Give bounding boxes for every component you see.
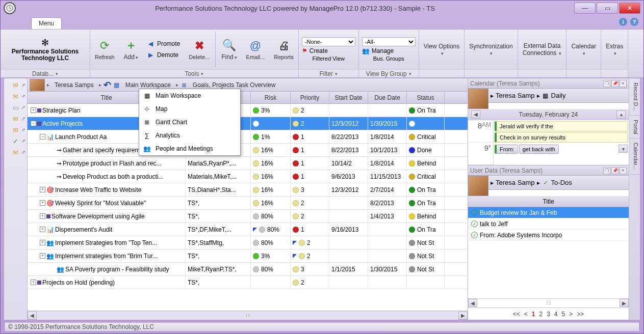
panel-pin-icon[interactable]: 📌 xyxy=(611,167,619,174)
table-row[interactable]: − 📊 Launch Product AaMariaS*,...1%18/22/… xyxy=(28,130,468,144)
strip-check-icon[interactable]: ✓ xyxy=(10,136,21,146)
help-icon[interactable]: ? xyxy=(630,18,638,26)
table-row[interactable]: + Strategic Plan3%2On Tra xyxy=(28,104,468,117)
breadcrumb-person[interactable]: Teresa Samps xyxy=(51,80,97,90)
pager-button[interactable]: >> xyxy=(577,311,584,318)
tree-expand-icon[interactable]: + xyxy=(40,200,45,206)
tree-expand-icon[interactable]: + xyxy=(40,253,45,259)
pager-button[interactable]: < xyxy=(524,311,528,318)
menu-item[interactable]: ≣Gantt Chart xyxy=(139,116,240,129)
vertical-tab[interactable]: Record D... xyxy=(629,78,640,116)
table-row[interactable]: ➙ Prototype product in Flash and rec...M… xyxy=(28,157,468,170)
synchronization-button[interactable]: Synchronization▾ xyxy=(465,30,517,69)
panel-restore-icon[interactable]: ❐ xyxy=(603,80,610,87)
menu-item[interactable]: 👥People and Meetings xyxy=(139,142,240,155)
back-arrow-icon[interactable]: ↶ xyxy=(104,79,111,91)
col-due[interactable]: Due Date xyxy=(368,92,407,103)
strip-box-icon[interactable]: ▭ xyxy=(10,103,21,112)
ud-person[interactable]: Teresa Samp xyxy=(496,179,535,186)
panel-restore-icon[interactable]: ❐ xyxy=(603,167,610,174)
col-risk[interactable]: Risk xyxy=(251,92,291,103)
scroll-left-button[interactable]: ◀ xyxy=(28,312,37,320)
calendar-button[interactable]: Calendar▾ xyxy=(566,30,601,69)
breadcrumb-workspace[interactable]: Main Workspace xyxy=(122,80,174,90)
table-row[interactable]: + 📊 Dispersement's AuditTS*,DF,MikeT,...… xyxy=(28,223,468,236)
manage-groups-button[interactable]: 👥Manage xyxy=(362,47,416,54)
reports-button[interactable]: 🖨 Reports xyxy=(269,30,298,69)
scroll-right-button[interactable]: ▶ xyxy=(458,312,468,320)
minimize-button[interactable]: — xyxy=(574,3,596,14)
strip-envelope-icon[interactable]: ✉ xyxy=(10,125,21,134)
table-row[interactable]: ➙ Develop Product as both a producti...M… xyxy=(28,170,468,183)
menu-item[interactable]: ∑Analytics xyxy=(139,129,240,142)
calendar-event[interactable]: Jerald will verify if the xyxy=(495,121,628,131)
tree-expand-icon[interactable]: + xyxy=(40,227,45,232)
view-options-button[interactable]: View Options▾ xyxy=(419,30,464,69)
horizontal-scrollbar[interactable]: ◀ ⫶⫶ ▶ xyxy=(28,311,468,320)
pager-button[interactable]: > xyxy=(569,311,573,318)
col-start[interactable]: Start Date xyxy=(329,92,368,103)
add-button[interactable]: ＋ Add▾ xyxy=(119,30,143,69)
extras-button[interactable]: Extras▾ xyxy=(601,30,628,69)
group-databases-label[interactable]: Datab... xyxy=(32,70,54,77)
prev-day-button[interactable]: ◀ xyxy=(471,110,480,119)
filter-select[interactable]: -None- xyxy=(302,37,355,46)
panel-close-icon[interactable]: ✕ xyxy=(620,167,627,174)
strip-envelope-icon[interactable]: ✉ xyxy=(10,92,21,101)
strip-envelope-icon[interactable]: ✉ xyxy=(10,80,21,90)
table-row[interactable]: + 🎯 Increase Web Traffic to WebsiteTS,Di… xyxy=(28,183,468,197)
delete-button[interactable]: ✖ Delete... xyxy=(184,30,214,69)
tree-expand-icon[interactable]: + xyxy=(40,240,45,245)
pager-button[interactable]: 1 xyxy=(532,311,535,318)
breadcrumb-view[interactable]: Goals, Projects Task Overview xyxy=(190,80,279,90)
scroll-right-button[interactable]: ▶ xyxy=(620,299,629,307)
calendar-event[interactable]: Check in on survey results xyxy=(495,132,628,143)
maximize-button[interactable]: ▭ xyxy=(597,3,618,14)
table-row[interactable]: + Software Development using AgileTS*,80… xyxy=(28,210,468,223)
scroll-left-button[interactable]: ◀ xyxy=(468,299,477,307)
menu-tab[interactable]: Menu xyxy=(31,17,62,29)
table-row[interactable]: ➙ Gather and specify requirementsDianaH,… xyxy=(28,144,468,157)
demote-button[interactable]: ▶Demote xyxy=(145,50,182,60)
panel-close-icon[interactable]: ✕ xyxy=(620,80,627,87)
external-data-button[interactable]: External DataConnections ▾ xyxy=(518,30,566,69)
table-row[interactable]: + 👥 Implement Strategies from "Top Ten..… xyxy=(28,236,468,249)
table-row[interactable]: 👥 SA Poverty program - Feasibility study… xyxy=(28,263,468,276)
email-button[interactable]: @ Email... xyxy=(242,30,270,69)
pager-button[interactable]: 3 xyxy=(547,311,550,318)
col-status[interactable]: Status xyxy=(407,92,445,103)
getback-button[interactable]: get back with xyxy=(519,145,559,154)
find-button[interactable]: 🔍 Find▾ xyxy=(217,30,241,69)
pager-button[interactable]: << xyxy=(513,311,520,318)
pager-button[interactable]: 2 xyxy=(539,311,543,318)
menu-item[interactable]: ⊹Map xyxy=(139,102,240,116)
scroll-up-button[interactable]: ▴ xyxy=(616,110,626,119)
tree-expand-icon[interactable]: + xyxy=(40,213,45,219)
tree-expand-icon[interactable]: + xyxy=(40,187,45,192)
vertical-tab[interactable]: Portal xyxy=(629,116,640,139)
todo-item[interactable]: ✓From: Adobe Systems Incorpo xyxy=(468,230,629,241)
cal-view[interactable]: Daily xyxy=(551,92,566,99)
panel-pin-icon[interactable]: 📌 xyxy=(611,80,619,87)
group-select[interactable]: -All- xyxy=(362,37,416,46)
tree-expand-icon[interactable]: − xyxy=(31,121,36,126)
promote-button[interactable]: ◀Promote xyxy=(145,39,182,49)
vertical-tab[interactable]: Calendar... xyxy=(629,138,640,174)
col-priority[interactable]: Priority xyxy=(291,92,329,103)
menu-item[interactable]: ▦Main Workspace xyxy=(139,89,240,102)
todo-column-title[interactable]: Title xyxy=(468,196,629,207)
filter-create-button[interactable]: ⚑Create xyxy=(302,47,355,54)
todo-item[interactable]: ✓Budget review for Jan & Feb xyxy=(468,207,629,218)
table-row[interactable]: + 🎯 Weekly Sprint for "Most Valuable"TS*… xyxy=(28,197,468,210)
cal-person[interactable]: Teresa Samp xyxy=(496,92,535,99)
tree-expand-icon[interactable]: − xyxy=(40,134,45,140)
info-icon[interactable]: i xyxy=(619,18,627,26)
from-button[interactable]: From: xyxy=(495,145,518,154)
table-row[interactable]: − Active Projects212/3/20121/30/2015 xyxy=(28,117,468,130)
pager-button[interactable]: 4 xyxy=(554,311,558,318)
ud-tab[interactable]: To-Dos xyxy=(551,179,572,186)
pager-button[interactable]: 5 xyxy=(562,311,565,318)
close-button[interactable]: ✕ xyxy=(619,3,640,14)
strip-envelope-icon[interactable]: ✉ xyxy=(10,114,21,123)
tree-expand-icon[interactable]: + xyxy=(31,107,36,113)
